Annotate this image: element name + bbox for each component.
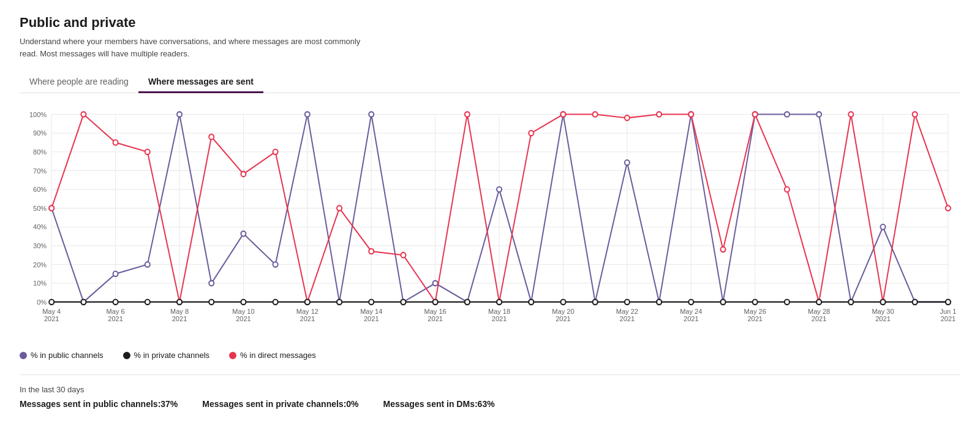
priv-dot-3 xyxy=(145,299,150,304)
priv-dot-24 xyxy=(816,299,821,304)
svg-text:2021: 2021 xyxy=(941,315,956,322)
dm-dot-20 xyxy=(688,112,693,116)
dm-dot-0 xyxy=(49,205,54,210)
dm-dot-7 xyxy=(273,150,278,154)
pub-dot-24 xyxy=(816,112,821,116)
priv-dot-25 xyxy=(848,299,853,304)
svg-text:10%: 10% xyxy=(33,280,47,287)
tab-reading[interactable]: Where people are reading xyxy=(20,72,138,93)
priv-dot-28 xyxy=(946,299,951,304)
svg-text:May 24: May 24 xyxy=(680,307,702,314)
svg-text:2021: 2021 xyxy=(108,315,123,322)
svg-text:60%: 60% xyxy=(33,186,47,193)
svg-text:2021: 2021 xyxy=(44,315,59,322)
dm-dot-18 xyxy=(625,115,630,120)
pub-dot-4 xyxy=(177,112,182,116)
priv-dot-2 xyxy=(113,299,118,304)
dm-dot-17 xyxy=(593,112,598,116)
svg-text:May 30: May 30 xyxy=(872,307,894,314)
dm-dot-19 xyxy=(657,112,662,116)
pub-dot-7 xyxy=(273,262,278,267)
priv-dot-20 xyxy=(688,299,693,304)
tab-sent[interactable]: Where messages are sent xyxy=(138,72,263,93)
dm-dot-21 xyxy=(720,247,725,252)
svg-text:80%: 80% xyxy=(33,148,47,156)
priv-dot-23 xyxy=(785,299,790,304)
legend-private: % in private channels xyxy=(123,351,210,360)
svg-text:May 14: May 14 xyxy=(360,307,382,314)
priv-dot-6 xyxy=(241,299,246,304)
svg-text:2021: 2021 xyxy=(684,315,699,322)
stat-private-label: Messages sent in private channels: xyxy=(202,399,346,409)
svg-text:May 6: May 6 xyxy=(107,307,125,314)
pub-dot-8 xyxy=(305,112,310,116)
dm-legend-label: % in direct messages xyxy=(240,351,316,360)
private-legend-label: % in private channels xyxy=(134,351,210,360)
priv-dot-4 xyxy=(177,299,182,304)
pub-dot-14 xyxy=(497,187,502,192)
dm-dot-13 xyxy=(465,112,470,116)
dm-dot-27 xyxy=(913,112,918,116)
stat-public-label: Messages sent in public channels: xyxy=(20,399,160,409)
dm-dot-23 xyxy=(785,187,790,192)
priv-dot-7 xyxy=(273,299,278,304)
dm-dot-16 xyxy=(560,112,565,116)
svg-text:May 16: May 16 xyxy=(424,307,447,314)
stat-dm-value: 63% xyxy=(478,399,495,409)
svg-text:2021: 2021 xyxy=(875,315,891,322)
svg-text:2021: 2021 xyxy=(428,315,443,322)
priv-dot-17 xyxy=(593,299,598,304)
svg-text:2021: 2021 xyxy=(236,315,251,322)
priv-dot-1 xyxy=(81,299,86,304)
dm-dot-25 xyxy=(848,112,853,116)
svg-text:40%: 40% xyxy=(33,223,47,230)
svg-text:2021: 2021 xyxy=(492,315,507,322)
svg-text:2021: 2021 xyxy=(620,315,635,322)
pub-dot-26 xyxy=(880,224,885,229)
tab-bar: Where people are reading Where messages … xyxy=(20,72,960,93)
pub-dot-12 xyxy=(433,281,438,286)
pub-dot-10 xyxy=(369,112,374,116)
svg-text:20%: 20% xyxy=(33,261,47,268)
page-subtitle: Understand where your members have conve… xyxy=(20,36,375,59)
dm-legend-dot xyxy=(229,352,236,359)
public-legend-dot xyxy=(20,352,27,359)
svg-text:30%: 30% xyxy=(33,242,47,249)
priv-dot-10 xyxy=(369,299,374,304)
legend-public: % in public channels xyxy=(20,351,104,360)
chart-legend: % in public channels % in private channe… xyxy=(20,351,960,360)
svg-text:May 12: May 12 xyxy=(296,307,318,314)
priv-dot-19 xyxy=(657,299,662,304)
dm-dot-2 xyxy=(113,140,118,145)
svg-text:May 18: May 18 xyxy=(488,307,510,314)
svg-text:Jun 1: Jun 1 xyxy=(940,307,956,314)
dm-dot-1 xyxy=(81,112,86,116)
dm-dot-15 xyxy=(529,131,533,135)
priv-dot-26 xyxy=(880,299,885,304)
page-title: Public and private xyxy=(20,15,960,31)
svg-text:90%: 90% xyxy=(33,129,47,137)
priv-dot-16 xyxy=(560,299,565,304)
priv-dot-18 xyxy=(625,299,630,304)
legend-dm: % in direct messages xyxy=(229,351,316,360)
pub-dot-18 xyxy=(625,160,630,165)
svg-text:May 22: May 22 xyxy=(616,307,638,314)
line-chart: 100% 90% 80% 70% 60% 50% 40% 30% 20% 10%… xyxy=(20,108,960,341)
svg-text:0%: 0% xyxy=(37,299,47,306)
svg-text:2021: 2021 xyxy=(172,315,187,322)
priv-dot-9 xyxy=(337,299,342,304)
pub-dot-5 xyxy=(209,281,214,286)
dm-dot-6 xyxy=(241,172,246,177)
stat-dm-label: Messages sent in DMs: xyxy=(383,399,478,409)
stat-private-value: 0% xyxy=(346,399,358,409)
pub-dot-2 xyxy=(113,272,118,276)
svg-text:70%: 70% xyxy=(33,167,47,174)
svg-text:2021: 2021 xyxy=(812,315,827,322)
stat-public: Messages sent in public channels:37% xyxy=(20,399,178,409)
svg-text:May 26: May 26 xyxy=(744,307,766,314)
dm-dot-11 xyxy=(401,253,405,257)
stat-dm: Messages sent in DMs:63% xyxy=(383,399,495,409)
svg-text:May 8: May 8 xyxy=(170,307,189,314)
svg-text:May 20: May 20 xyxy=(552,307,574,314)
pub-dot-3 xyxy=(145,262,150,267)
